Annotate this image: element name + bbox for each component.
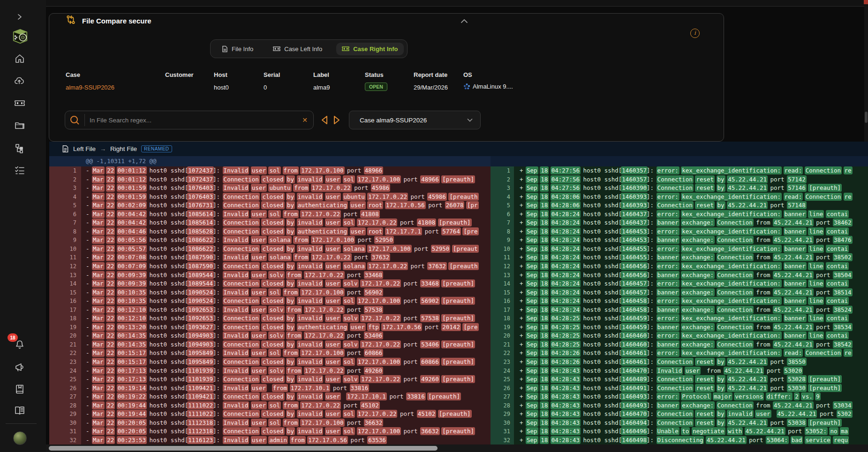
diff-token-highlight: 1109421 [187,392,214,400]
diff-token-highlight: 00:17:13 [117,367,147,375]
diff-token-highlight: closed [261,227,284,235]
clear-search-icon[interactable]: ✕ [296,116,313,124]
diff-token-highlight: by [286,175,295,183]
diff-token-highlight: 00:01:59 [117,193,147,201]
diff-token-highlight: error: [657,227,679,235]
diff-right-pane-row: 3+ Sep 18 04:27:56 host0 sshd[1460390]: … [491,184,868,193]
diff-token-highlight: Invalid [657,367,683,375]
diff-token-highlight: 1460489 [621,375,648,383]
diff-token-highlight: [preauth] [438,218,472,226]
diff-token-highlight: Sep [526,306,538,314]
search-box: ✕ [65,111,314,129]
diff-token-highlight: sol [268,349,281,357]
diff-token-highlight: 1086622 [187,236,214,244]
diff-token-highlight: 04:28:24 [551,218,581,226]
diff-token-highlight: 1076403 [187,193,214,201]
diff-token-highlight: by [717,375,725,383]
diff-token-highlight: from [293,184,309,192]
diff-token-highlight: 04:28:06 [551,193,581,201]
os-text: AlmaLinux 9.... [473,83,513,90]
diff-token-highlight: invalid [297,262,324,270]
diff-token-highlight: Invalid [223,401,249,409]
expand-sidebar-chevron-icon[interactable] [13,10,26,23]
notifications-bell-icon[interactable]: 18 [13,338,26,351]
diff-token-highlight: 1095849 [187,349,214,357]
diff-token-highlight: Sep [526,271,538,279]
case-link[interactable]: alma9-SSUP2026 [66,84,114,91]
diff-right-pane-row: 27+ Sep 18 04:28:43 host0 sshd[1460493]:… [491,392,868,401]
diff-token-highlight: invalid [297,427,324,435]
cloud-upload-icon[interactable] [13,74,26,87]
case-ticket-icon[interactable] [13,97,26,110]
diff-token-highlight: 18 [540,323,549,331]
diff-token-highlight: closed [261,375,284,383]
case-select-dropdown[interactable]: Case alma9-SSUP2026 [349,111,481,129]
saved-book-icon[interactable] [13,383,26,396]
info-icon[interactable]: i [690,29,700,38]
diff-token-highlight: Connection [657,184,694,192]
diff-token-highlight: Sep [526,218,538,226]
previous-match-icon[interactable] [321,115,329,125]
diff-token-highlight: user [251,253,267,261]
app-logo-icon[interactable] [11,27,29,45]
tab-label: File Info [232,45,253,53]
documentation-open-book-icon[interactable] [13,404,26,417]
diff-line-text: + Sep 18 04:28:24 host0 sshd[1460458]: e… [514,297,868,306]
diff-token-highlight: Mar [92,331,105,339]
diff-token-highlight: from [286,367,302,375]
diff-token-highlight: error: [657,210,679,218]
diff-token-highlight: major [713,392,732,400]
announcements-megaphone-icon[interactable] [13,361,26,374]
user-avatar[interactable] [13,431,27,445]
diff-token-highlight: Mar [92,340,105,348]
diff-token-highlight: 172.17.0.22 [304,367,345,375]
diff-token-highlight: 00:04:42 [117,218,147,226]
field-label-report-date: Report date [414,71,447,78]
diff-token-highlight: 04:28:25 [551,323,581,331]
vertical-scrollbar-thumb[interactable] [865,112,868,123]
line-number: 3 [491,184,514,193]
tab-case-left-info[interactable]: Case Left Info [267,43,328,55]
line-number: 27 [491,392,514,401]
diff-right-pane-row: 13+ Sep 18 04:28:24 host0 sshd[1460456]:… [491,271,868,280]
diff-token-highlight: 53406 [364,331,384,339]
diff-token-highlight: 1101939 [187,375,214,383]
diff-right-pane-row: 32+ Sep 18 04:28:43 host0 sshd[1460498]:… [491,436,868,444]
diff-token-highlight: 172.17.0.100 [367,245,411,253]
horizontal-scrollbar-thumb[interactable] [49,446,438,451]
folder-icon[interactable] [13,119,26,132]
collapse-chevron-icon[interactable] [460,17,468,22]
next-match-icon[interactable] [333,115,341,125]
diff-token-highlight: Connection [223,375,260,383]
tab-file-info[interactable]: File Info [216,43,259,55]
diff-token-highlight: versions [734,392,764,400]
diff-token-highlight: differ: [766,392,793,400]
diff-line-text: - Mar 22 00:09:39 host0 sshd[1089544]: C… [81,279,491,288]
line-number: 31 [491,427,514,436]
diff-token-highlight: 45.22.44.21 [727,419,768,427]
diff-token-highlight: from [283,419,299,427]
diff-token-highlight: 172.17.10.1 [346,392,387,400]
diff-token-highlight: line [808,262,824,270]
diff-token-highlight: banner [657,253,679,261]
diff-line-text: + Sep 18 04:28:24 host0 sshd[1460456]: b… [514,271,868,280]
diff-token-highlight: 172.17.0.22 [360,375,401,383]
left-file-name: Left File [73,145,96,152]
diff-line-text: + Sep 18 04:28:43 host0 sshd[1460496]: U… [514,427,868,436]
line-number: 6 [491,210,514,219]
checklist-icon[interactable] [13,164,26,177]
diff-token-highlight: exchange: [681,323,715,331]
diff-token-highlight: 00:04:42 [117,210,147,218]
diff-token-highlight: user [251,349,267,357]
tree-hierarchy-icon[interactable] [13,142,26,155]
diff-token-highlight: 38502 [833,253,853,261]
line-number: 25 [491,375,514,384]
diff-token-highlight: 45.22.44.21 [773,271,814,279]
home-icon[interactable] [13,52,26,65]
line-number: 32 [491,436,514,444]
diff-token-highlight: 172.17.0.22 [360,279,401,287]
search-input[interactable] [85,117,296,124]
diff-row: 8- Mar 22 00:04:46 host0 sshd[1085628]: … [49,227,868,236]
diff-token-highlight: Sep [526,253,538,261]
tab-case-right-info[interactable]: Case Right Info [336,43,403,55]
